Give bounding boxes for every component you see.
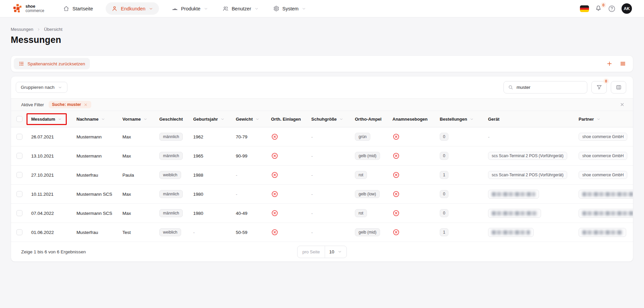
filter-chip-search[interactable]: Suche: muster: [49, 101, 91, 108]
nav-item-produkte[interactable]: Produkte: [170, 2, 210, 15]
cell-gewicht-value: -: [236, 192, 237, 197]
reset-columns-button[interactable]: Spaltenansicht zurücksetzen: [14, 58, 90, 69]
clear-filters-icon[interactable]: [620, 102, 625, 107]
table-row[interactable]: 10.11.2021Mustermann SCSMaxmännlich1980-…: [11, 185, 633, 204]
nav-item-label: System: [282, 6, 299, 11]
cell-geraet-redacted: [488, 209, 541, 218]
search-input[interactable]: [517, 85, 583, 90]
filter-button[interactable]: 0: [591, 81, 607, 94]
row-checkbox[interactable]: [16, 172, 22, 178]
col-header-schuhgröße[interactable]: Schuhgröße: [305, 117, 348, 122]
col-header-gerät[interactable]: Gerät: [481, 117, 572, 122]
table-row[interactable]: 27.10.2021MusterfrauPaulaweiblich1988--r…: [11, 166, 633, 185]
nav-item-endkunden[interactable]: Endkunden: [106, 2, 159, 15]
columns-button[interactable]: [611, 81, 626, 94]
cell-ortho-ampel: rot: [348, 171, 386, 179]
table-row[interactable]: 01.06.2022MusterfrauTestweiblich-50-59-g…: [11, 223, 633, 242]
x-circle-icon: [392, 209, 400, 217]
cell-bestellungen: 1: [433, 171, 481, 179]
cell-messdatum-value: 27.10.2021: [31, 173, 54, 178]
col-header-orth-einlagen[interactable]: Orth. Einlagen: [264, 117, 305, 122]
cell-vorname: Max: [116, 153, 153, 159]
nav-item-system[interactable]: System: [272, 2, 308, 15]
row-checkbox[interactable]: [16, 153, 22, 159]
cell-ortho-ampel: rot: [348, 209, 386, 217]
select-all-checkbox[interactable]: [16, 116, 22, 122]
col-header-messdatum[interactable]: Messdatum: [24, 113, 70, 125]
table-row[interactable]: 13.10.2021MustermannMaxmännlich196590-99…: [11, 146, 633, 166]
add-icon[interactable]: [606, 60, 613, 67]
cell-checkbox: [11, 172, 24, 178]
main-menu: StartseiteEndkundenProdukteBenutzerSyste…: [62, 2, 308, 15]
col-header-partner[interactable]: Partner: [572, 117, 633, 122]
group-by-button[interactable]: Gruppieren nach: [16, 82, 67, 93]
cell-anamnesebogen: [386, 171, 433, 179]
col-header-label: Vorname: [122, 117, 141, 122]
cell-nachname: Musterfrau: [70, 173, 116, 178]
person-icon: [111, 5, 118, 12]
cell-ortho-ampel: grün: [348, 133, 386, 141]
cell-partner: shoe commerce GmbH: [572, 152, 633, 160]
cell-orth-einlagen: [264, 229, 305, 236]
col-header-geburtsjahr[interactable]: Geburtsjahr: [186, 117, 229, 122]
cell-vorname: Paula: [116, 173, 153, 178]
col-header-anamnesebogen[interactable]: Anamnesebogen: [386, 117, 433, 122]
cell-schuhgroesse: -: [305, 153, 348, 159]
table-toolbar: Gruppieren nach 0: [11, 76, 633, 98]
search-box[interactable]: [503, 81, 587, 94]
nav-item-label: Produkte: [181, 6, 201, 11]
cell-vorname: Max: [116, 211, 153, 216]
col-header-label: Ortho-Ampel: [355, 117, 381, 122]
language-flag-de-icon[interactable]: [580, 5, 589, 12]
row-checkbox[interactable]: [16, 191, 22, 197]
active-filters-label: Aktive Filter: [21, 102, 44, 107]
cell-checkbox: [11, 134, 24, 140]
nav-item-benutzer[interactable]: Benutzer: [221, 2, 260, 15]
nav-item-startseite[interactable]: Startseite: [62, 2, 94, 15]
cell-geraet: scs Scan-Terminal 2 POS (Vorführgerät): [481, 171, 572, 179]
col-header-gewicht[interactable]: Gewicht: [229, 117, 264, 122]
cell-geschlecht-badge: männlich: [159, 133, 183, 141]
col-header-bestellungen[interactable]: Bestellungen: [433, 117, 481, 122]
cell-bestellungen-badge: 0: [440, 190, 448, 198]
brand-logo-icon: [13, 4, 22, 13]
chevron-down-icon: [596, 117, 601, 121]
cell-geschlecht-badge: männlich: [159, 209, 183, 217]
cell-partner: shoe commerce GmbH: [572, 133, 633, 141]
user-avatar[interactable]: AK: [622, 3, 632, 14]
row-checkbox[interactable]: [16, 134, 22, 140]
row-checkbox[interactable]: [16, 229, 22, 235]
cell-nachname: Mustermann: [70, 134, 116, 139]
chevron-down-icon: [470, 117, 474, 121]
funnel-icon: [596, 84, 602, 90]
brand-logo[interactable]: shoecommerce: [13, 4, 44, 13]
cell-vorname: Test: [116, 230, 153, 235]
col-header-nachname[interactable]: Nachname: [70, 117, 116, 122]
group-by-label: Gruppieren nach: [21, 85, 55, 90]
row-density-icon[interactable]: [620, 60, 626, 67]
cell-bestellungen: 0: [433, 152, 481, 160]
breadcrumb-item-uebersicht[interactable]: Übersicht: [44, 27, 62, 32]
row-checkbox[interactable]: [16, 210, 22, 216]
cell-messdatum: 13.10.2021: [24, 153, 70, 159]
cell-geschlecht: männlich: [153, 190, 186, 198]
table-row[interactable]: 07.04.2022Mustermann SCSMaxmännlich19804…: [11, 204, 633, 223]
cell-orth-einlagen: [264, 133, 305, 140]
col-header-ortho-ampel[interactable]: Ortho-Ampel: [348, 117, 386, 122]
cell-geburtsjahr-value: 1980: [193, 192, 203, 197]
table-row[interactable]: 26.07.2021MustermannMaxmännlich196270-79…: [11, 127, 633, 146]
cell-ortho-ampel: gelb (low): [348, 190, 386, 198]
brand-name: shoecommerce: [25, 4, 44, 13]
col-header-geschlecht[interactable]: Geschlecht: [153, 117, 186, 122]
cell-gewicht-value: 50-59: [236, 230, 248, 235]
cell-geraet: [481, 228, 572, 237]
breadcrumb-item-messungen[interactable]: Messungen: [11, 27, 33, 32]
col-header-vorname[interactable]: Vorname: [116, 117, 153, 122]
chevron-down-icon: [339, 117, 343, 121]
per-page-select[interactable]: 10: [325, 246, 346, 258]
cell-vorname-value: Max: [122, 153, 131, 159]
cell-messdatum-value: 10.11.2021: [31, 192, 54, 197]
chip-remove-icon[interactable]: [84, 103, 88, 107]
help-icon[interactable]: [608, 5, 616, 13]
cell-ortho-ampel: gelb (mid): [348, 228, 386, 236]
